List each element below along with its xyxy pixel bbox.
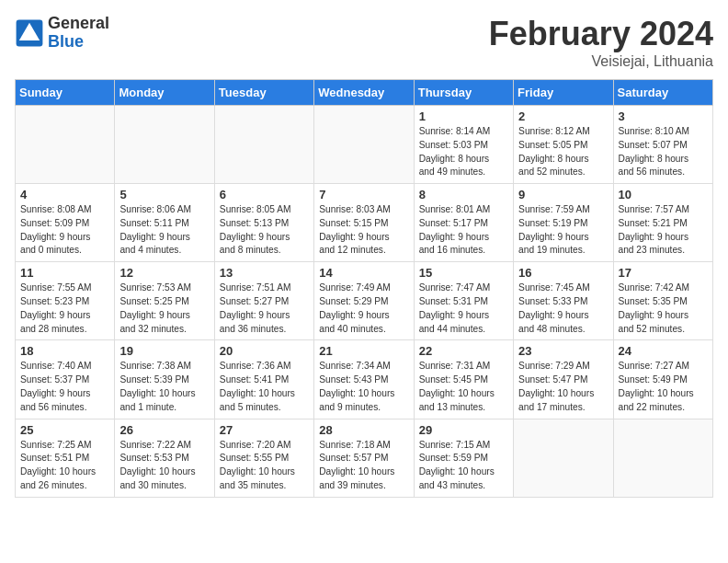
logo-general-label: General <box>48 15 109 33</box>
calendar-cell: 11Sunrise: 7:55 AMSunset: 5:23 PMDayligh… <box>16 262 115 340</box>
calendar-title: February 2024 <box>489 15 713 53</box>
calendar-cell: 28Sunrise: 7:18 AMSunset: 5:57 PMDayligh… <box>314 419 414 497</box>
calendar-cell: 29Sunrise: 7:15 AMSunset: 5:59 PMDayligh… <box>414 419 513 497</box>
day-info: Sunrise: 7:38 AMSunset: 5:39 PMDaylight:… <box>119 360 209 414</box>
day-number: 22 <box>419 344 508 358</box>
day-number: 6 <box>220 188 309 201</box>
calendar-cell: 23Sunrise: 7:29 AMSunset: 5:47 PMDayligh… <box>514 340 613 419</box>
day-info: Sunrise: 7:15 AMSunset: 5:59 PMDaylight:… <box>419 439 508 493</box>
day-number: 9 <box>518 188 608 201</box>
calendar-cell: 13Sunrise: 7:51 AMSunset: 5:27 PMDayligh… <box>214 262 313 340</box>
calendar-week-3: 18Sunrise: 7:40 AMSunset: 5:37 PMDayligh… <box>16 340 713 419</box>
calendar-cell: 27Sunrise: 7:20 AMSunset: 5:55 PMDayligh… <box>214 419 313 497</box>
calendar-cell: 16Sunrise: 7:45 AMSunset: 5:33 PMDayligh… <box>514 262 613 340</box>
calendar-table: SundayMondayTuesdayWednesdayThursdayFrid… <box>15 79 713 498</box>
day-number: 29 <box>419 423 508 437</box>
day-number: 21 <box>319 344 408 358</box>
day-info: Sunrise: 7:45 AMSunset: 5:33 PMDaylight:… <box>518 282 608 336</box>
calendar-cell: 3Sunrise: 8:10 AMSunset: 5:07 PMDaylight… <box>613 106 712 184</box>
day-number: 13 <box>220 266 309 280</box>
weekday-header-saturday: Saturday <box>613 80 712 106</box>
logo-blue-label: Blue <box>48 33 109 52</box>
weekday-header-friday: Friday <box>514 80 613 106</box>
day-info: Sunrise: 7:40 AMSunset: 5:37 PMDaylight:… <box>20 360 109 414</box>
calendar-cell <box>16 106 115 184</box>
day-info: Sunrise: 7:51 AMSunset: 5:27 PMDaylight:… <box>220 282 309 336</box>
day-number: 25 <box>20 423 109 437</box>
day-info: Sunrise: 8:03 AMSunset: 5:15 PMDaylight:… <box>319 203 408 258</box>
calendar-cell: 8Sunrise: 8:01 AMSunset: 5:17 PMDaylight… <box>414 184 513 262</box>
day-info: Sunrise: 8:08 AMSunset: 5:09 PMDaylight:… <box>20 203 109 258</box>
logo-icon <box>15 18 44 48</box>
logo: General Blue <box>15 15 109 52</box>
day-number: 27 <box>220 423 309 437</box>
day-info: Sunrise: 7:20 AMSunset: 5:55 PMDaylight:… <box>220 439 309 493</box>
day-info: Sunrise: 7:25 AMSunset: 5:51 PMDaylight:… <box>20 439 109 493</box>
weekday-header-sunday: Sunday <box>16 80 115 106</box>
page-header: General Blue February 2024 Veisiejai, Li… <box>15 15 713 70</box>
day-number: 8 <box>419 188 508 201</box>
day-number: 16 <box>518 266 608 280</box>
calendar-cell <box>314 106 414 184</box>
day-number: 26 <box>119 423 209 437</box>
calendar-cell: 20Sunrise: 7:36 AMSunset: 5:41 PMDayligh… <box>214 340 313 419</box>
day-number: 20 <box>220 344 309 358</box>
day-number: 11 <box>20 266 109 280</box>
day-number: 2 <box>518 109 608 123</box>
day-number: 24 <box>619 344 708 358</box>
day-info: Sunrise: 7:27 AMSunset: 5:49 PMDaylight:… <box>619 360 708 414</box>
day-number: 23 <box>518 344 608 358</box>
calendar-cell <box>214 106 313 184</box>
calendar-cell: 24Sunrise: 7:27 AMSunset: 5:49 PMDayligh… <box>613 340 712 419</box>
calendar-subtitle: Veisiejai, Lithuania <box>489 53 713 70</box>
calendar-cell: 1Sunrise: 8:14 AMSunset: 5:03 PMDaylight… <box>414 106 513 184</box>
calendar-cell: 25Sunrise: 7:25 AMSunset: 5:51 PMDayligh… <box>16 419 115 497</box>
calendar-cell <box>115 106 214 184</box>
day-number: 18 <box>20 344 109 358</box>
day-number: 5 <box>119 188 209 201</box>
day-info: Sunrise: 8:05 AMSunset: 5:13 PMDaylight:… <box>220 203 309 258</box>
calendar-cell: 12Sunrise: 7:53 AMSunset: 5:25 PMDayligh… <box>115 262 214 340</box>
calendar-cell: 17Sunrise: 7:42 AMSunset: 5:35 PMDayligh… <box>613 262 712 340</box>
day-info: Sunrise: 7:55 AMSunset: 5:23 PMDaylight:… <box>20 282 109 336</box>
calendar-cell: 22Sunrise: 7:31 AMSunset: 5:45 PMDayligh… <box>414 340 513 419</box>
weekday-header-tuesday: Tuesday <box>214 80 313 106</box>
day-number: 15 <box>419 266 508 280</box>
day-info: Sunrise: 7:22 AMSunset: 5:53 PMDaylight:… <box>119 439 209 493</box>
day-info: Sunrise: 8:14 AMSunset: 5:03 PMDaylight:… <box>419 125 508 179</box>
day-info: Sunrise: 7:29 AMSunset: 5:47 PMDaylight:… <box>518 360 608 414</box>
day-number: 14 <box>319 266 408 280</box>
calendar-cell: 21Sunrise: 7:34 AMSunset: 5:43 PMDayligh… <box>314 340 414 419</box>
day-info: Sunrise: 7:57 AMSunset: 5:21 PMDaylight:… <box>619 203 708 258</box>
day-number: 4 <box>20 188 109 201</box>
calendar-cell <box>514 419 613 497</box>
calendar-week-4: 25Sunrise: 7:25 AMSunset: 5:51 PMDayligh… <box>16 419 713 497</box>
day-info: Sunrise: 7:18 AMSunset: 5:57 PMDaylight:… <box>319 439 408 493</box>
day-info: Sunrise: 7:36 AMSunset: 5:41 PMDaylight:… <box>220 360 309 414</box>
calendar-week-2: 11Sunrise: 7:55 AMSunset: 5:23 PMDayligh… <box>16 262 713 340</box>
calendar-cell: 15Sunrise: 7:47 AMSunset: 5:31 PMDayligh… <box>414 262 513 340</box>
day-info: Sunrise: 7:49 AMSunset: 5:29 PMDaylight:… <box>319 282 408 336</box>
calendar-cell: 4Sunrise: 8:08 AMSunset: 5:09 PMDaylight… <box>16 184 115 262</box>
day-number: 3 <box>619 109 708 123</box>
day-info: Sunrise: 8:12 AMSunset: 5:05 PMDaylight:… <box>518 125 608 179</box>
calendar-week-0: 1Sunrise: 8:14 AMSunset: 5:03 PMDaylight… <box>16 106 713 184</box>
day-number: 7 <box>319 188 408 201</box>
day-number: 12 <box>119 266 209 280</box>
calendar-cell <box>613 419 712 497</box>
calendar-cell: 18Sunrise: 7:40 AMSunset: 5:37 PMDayligh… <box>16 340 115 419</box>
day-number: 10 <box>619 188 708 201</box>
day-number: 1 <box>419 109 508 123</box>
weekday-header-wednesday: Wednesday <box>314 80 414 106</box>
calendar-cell: 2Sunrise: 8:12 AMSunset: 5:05 PMDaylight… <box>514 106 613 184</box>
day-info: Sunrise: 7:31 AMSunset: 5:45 PMDaylight:… <box>419 360 508 414</box>
weekday-header-monday: Monday <box>115 80 214 106</box>
day-number: 19 <box>119 344 209 358</box>
calendar-cell: 7Sunrise: 8:03 AMSunset: 5:15 PMDaylight… <box>314 184 414 262</box>
calendar-cell: 9Sunrise: 7:59 AMSunset: 5:19 PMDaylight… <box>514 184 613 262</box>
day-number: 28 <box>319 423 408 437</box>
day-info: Sunrise: 8:01 AMSunset: 5:17 PMDaylight:… <box>419 203 508 258</box>
day-info: Sunrise: 7:42 AMSunset: 5:35 PMDaylight:… <box>619 282 708 336</box>
day-info: Sunrise: 7:59 AMSunset: 5:19 PMDaylight:… <box>518 203 608 258</box>
title-block: February 2024 Veisiejai, Lithuania <box>489 15 713 70</box>
